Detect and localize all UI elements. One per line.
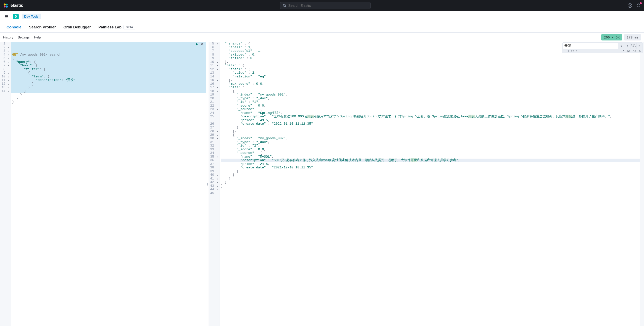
brand-logo[interactable]: elastic (3, 3, 23, 8)
find-all-button[interactable]: All (630, 43, 636, 49)
settings-link[interactable]: Settings (18, 35, 29, 39)
send-request-icon[interactable] (195, 42, 199, 47)
notifications-icon[interactable] (636, 3, 641, 8)
scrollbar[interactable] (640, 42, 644, 326)
find-input[interactable] (563, 43, 618, 49)
search-icon (283, 4, 286, 7)
find-word-option[interactable]: \b (633, 49, 636, 53)
editor-container: 1 2 ▾3 ▾4 ▾5 ▾6 ▾7 ▾8 9 ▴10 ▴11 ▴12 ▴13 … (0, 42, 644, 326)
tab-painless-lab-label: Painless Lab (98, 25, 122, 29)
devtools-tabs: Console Search Profiler Grok Debugger Pa… (0, 22, 644, 33)
tab-grok-debugger[interactable]: Grok Debugger (60, 22, 94, 32)
app-header: elastic (0, 0, 644, 11)
svg-point-6 (628, 4, 632, 8)
splitter-handle-icon: || (207, 183, 208, 185)
svg-line-5 (285, 6, 286, 7)
nav-menu-button[interactable] (3, 13, 10, 20)
find-close-button[interactable]: ✕ (636, 43, 642, 49)
notification-badge (640, 2, 642, 4)
svg-point-1 (6, 4, 8, 5)
find-panel: All ✕ + 4 of 4 .* Aa \b S (562, 42, 642, 53)
find-case-option[interactable]: Aa (627, 49, 630, 53)
help-icon[interactable] (627, 3, 632, 8)
tab-search-profiler[interactable]: Search Profiler (25, 22, 59, 32)
tab-console[interactable]: Console (3, 22, 25, 32)
pane-splitter[interactable]: || (206, 42, 209, 326)
svg-point-0 (4, 4, 6, 6)
beta-badge: BETA (124, 25, 135, 29)
global-search[interactable] (280, 2, 371, 9)
devtools-breadcrumb[interactable]: Dev Tools (22, 14, 41, 19)
find-prev-button[interactable] (618, 43, 624, 49)
svg-point-3 (6, 6, 8, 8)
svg-point-4 (283, 4, 286, 7)
brand-text: elastic (11, 3, 23, 8)
help-link[interactable]: Help (34, 35, 41, 39)
svg-point-7 (629, 5, 631, 6)
svg-point-2 (4, 6, 6, 8)
find-regex-option[interactable]: .* (621, 49, 624, 53)
console-toolbar: History Settings Help 200 - OK 178 ms (0, 33, 644, 42)
chevron-right-icon (626, 44, 629, 47)
global-search-input[interactable] (288, 4, 368, 8)
find-counter: 4 of 4 (568, 49, 619, 53)
response-status: 200 - OK (601, 34, 622, 40)
wrench-icon[interactable] (200, 42, 204, 47)
request-editor[interactable]: 1 2 ▾3 ▾4 ▾5 ▾6 ▾7 ▾8 9 ▴10 ▴11 ▴12 ▴13 … (0, 42, 206, 326)
hamburger-icon (4, 14, 9, 19)
find-next-button[interactable] (624, 43, 630, 49)
space-avatar[interactable]: D (13, 14, 19, 19)
response-time: 178 ms (624, 34, 641, 40)
elastic-logo-icon (3, 3, 9, 8)
history-link[interactable]: History (3, 35, 13, 39)
subheader: D Dev Tools (0, 11, 644, 22)
find-replace-toggle[interactable]: + (564, 49, 566, 53)
tab-painless-lab[interactable]: Painless Lab BETA (95, 22, 139, 32)
find-s-option[interactable]: S (639, 49, 641, 53)
response-editor[interactable]: All ✕ + 4 of 4 .* Aa \b S 5 ▾6 7 8 9 10 … (209, 42, 644, 326)
chevron-left-icon (620, 44, 623, 47)
